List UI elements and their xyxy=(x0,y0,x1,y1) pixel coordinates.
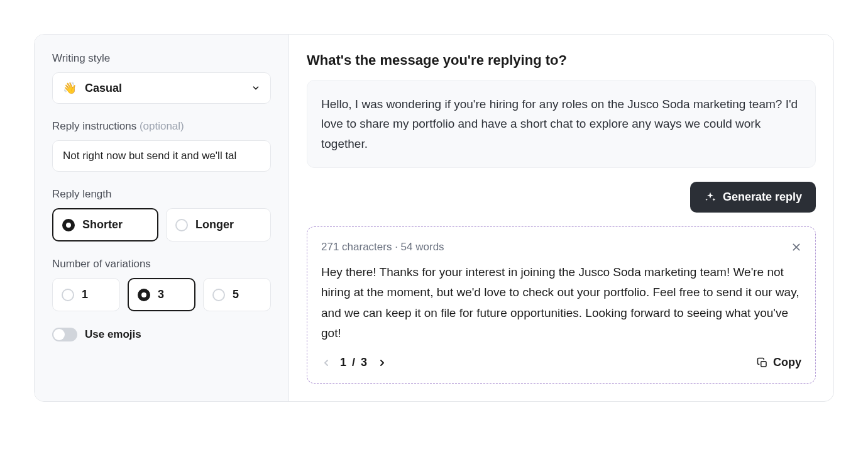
page-position: 1 / 3 xyxy=(340,356,368,369)
length-options: Shorter Longer xyxy=(52,208,271,241)
reply-box: 271 characters · 54 words Hey there! Tha… xyxy=(307,226,816,384)
length-label: Reply length xyxy=(52,188,271,201)
wave-emoji: 👋 xyxy=(63,82,77,94)
writing-style-label: Writing style xyxy=(52,52,271,65)
generate-reply-button[interactable]: Generate reply xyxy=(690,182,816,213)
sparkle-icon xyxy=(704,191,717,204)
radio-dot-icon xyxy=(212,289,225,301)
toggle-knob xyxy=(53,329,65,340)
copy-icon xyxy=(757,357,768,369)
radio-dot-icon xyxy=(62,289,74,301)
incoming-message[interactable]: Hello, I was wondering if you're hiring … xyxy=(307,80,816,168)
pager: 1 / 3 xyxy=(321,356,387,369)
reply-footer: 1 / 3 Copy xyxy=(321,356,801,369)
radio-dot-icon xyxy=(175,219,188,231)
radio-dot-icon xyxy=(138,289,150,301)
writing-style-value: Casual xyxy=(85,82,122,94)
variations-option-5[interactable]: 5 xyxy=(203,278,271,311)
writing-style-select[interactable]: 👋 Casual xyxy=(52,72,271,104)
reply-meta: 271 characters · 54 words xyxy=(321,241,444,253)
reply-text: Hey there! Thanks for your interest in j… xyxy=(321,262,801,343)
next-arrow[interactable] xyxy=(377,358,387,368)
radio-dot-icon xyxy=(62,219,75,231)
generate-row: Generate reply xyxy=(307,182,816,213)
emoji-toggle-label: Use emojis xyxy=(85,328,141,341)
instructions-label: Reply instructions (optional) xyxy=(52,120,271,133)
copy-button[interactable]: Copy xyxy=(757,356,801,369)
prev-arrow[interactable] xyxy=(321,358,331,368)
variations-label: Number of variations xyxy=(52,258,271,270)
emoji-toggle-row: Use emojis xyxy=(52,328,271,341)
length-option-longer[interactable]: Longer xyxy=(166,208,271,241)
chevron-down-icon xyxy=(251,84,260,92)
reply-meta-row: 271 characters · 54 words xyxy=(321,241,801,253)
prompt-heading: What's the message you're replying to? xyxy=(307,52,816,69)
instructions-input[interactable] xyxy=(52,140,271,172)
sidebar: Writing style 👋 Casual Reply instruction… xyxy=(35,35,289,401)
emoji-toggle[interactable] xyxy=(52,328,77,341)
length-option-shorter[interactable]: Shorter xyxy=(52,208,158,241)
app-card: Writing style 👋 Casual Reply instruction… xyxy=(34,34,834,402)
close-icon[interactable] xyxy=(791,242,801,252)
variations-option-1[interactable]: 1 xyxy=(52,278,120,311)
main-panel: What's the message you're replying to? H… xyxy=(289,35,833,401)
variations-options: 1 3 5 xyxy=(52,278,271,311)
variations-option-3[interactable]: 3 xyxy=(128,278,195,311)
svg-rect-2 xyxy=(761,361,766,366)
